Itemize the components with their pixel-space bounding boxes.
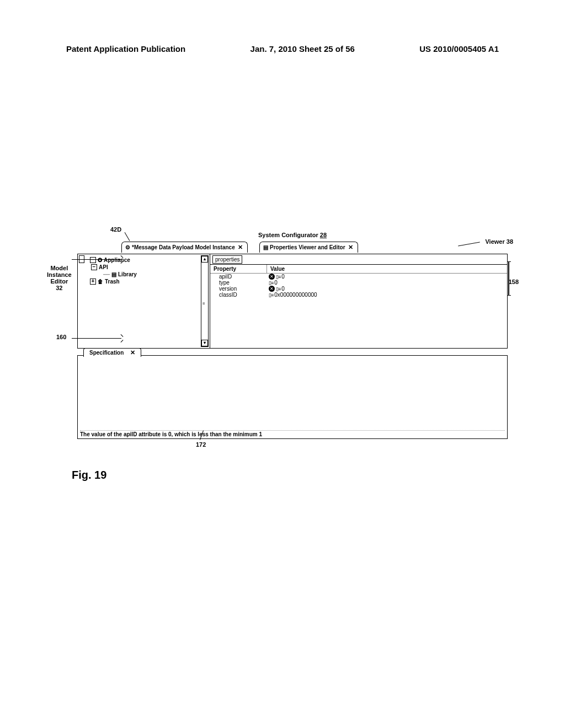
tree-node-trash[interactable]: + 🗑 Trash bbox=[87, 278, 209, 285]
model-tree-panel: − ✪ Appliance − API ┈┈ ▤ Library + 🗑 Tra… bbox=[78, 254, 210, 348]
tab-properties-viewer[interactable]: ▤ Properties Viewer and Editor ✕ bbox=[259, 242, 358, 253]
prop-row-apiid[interactable]: apiID ✕ ▯≡ 0 bbox=[210, 274, 507, 280]
properties-panel: properties Property Value apiID ✕ ▯≡ 0 t… bbox=[210, 254, 507, 348]
prop-value: 0x000000000000 bbox=[274, 292, 317, 298]
expand-icon[interactable]: + bbox=[90, 279, 96, 285]
prop-row-classid[interactable]: classID ▯≡ 0x000000000000 bbox=[210, 292, 507, 298]
prop-value: 0 bbox=[281, 274, 285, 280]
error-icon: ✕ bbox=[269, 286, 275, 292]
callout-model-editor: Model Instance Editor 32 bbox=[47, 265, 72, 291]
prop-name: version bbox=[214, 286, 269, 292]
prop-value: 0 bbox=[274, 280, 278, 286]
value-icon: ▯≡ bbox=[276, 274, 280, 280]
prop-value: 0 bbox=[281, 286, 285, 292]
properties-subtab[interactable]: properties bbox=[212, 255, 242, 264]
specification-panel: Specification ✕ The value of the apiID a… bbox=[77, 355, 508, 439]
gear-icon: ⚙ bbox=[125, 244, 130, 250]
prop-name: type bbox=[214, 280, 269, 286]
figure-label: Fig. 19 bbox=[72, 469, 106, 481]
title-text: System Configurator bbox=[258, 232, 320, 238]
appliance-icon: ✪ bbox=[98, 257, 102, 263]
tab-model-label: *Message Data Payload Model Instance bbox=[132, 244, 235, 250]
header-left: Patent Application Publication bbox=[66, 44, 185, 53]
tab-specification[interactable]: Specification ✕ bbox=[83, 348, 141, 357]
title-ref: 28 bbox=[320, 232, 327, 238]
tree-node-api[interactable]: − API bbox=[79, 264, 209, 271]
tree-label: Appliance bbox=[104, 257, 130, 263]
prop-row-version[interactable]: version ✕ ▯≡ 0 bbox=[210, 286, 507, 292]
col-value: Value bbox=[267, 265, 288, 273]
collapse-icon[interactable]: − bbox=[90, 257, 96, 263]
tree-node-library[interactable]: ┈┈ ▤ Library bbox=[79, 271, 209, 278]
prop-row-type[interactable]: type ▯≡ 0 bbox=[210, 280, 507, 286]
value-icon: ▯≡ bbox=[269, 280, 273, 286]
header-center: Jan. 7, 2010 Sheet 25 of 56 bbox=[250, 44, 355, 53]
collapse-icon[interactable]: − bbox=[91, 264, 97, 270]
scroll-up-icon[interactable]: ▴ bbox=[201, 256, 208, 263]
callout-172: 172 bbox=[196, 441, 206, 448]
close-icon[interactable]: ✕ bbox=[348, 244, 353, 251]
close-icon[interactable]: ✕ bbox=[238, 244, 243, 251]
prop-name: apiID bbox=[214, 274, 269, 280]
tree-label: Trash bbox=[105, 279, 120, 285]
tree-node-appliance[interactable]: − ✪ Appliance bbox=[87, 256, 209, 264]
scroll-down-icon[interactable]: ▾ bbox=[201, 340, 208, 346]
close-icon[interactable]: ✕ bbox=[130, 349, 135, 356]
figure-container: System Configurator 28 42D Viewer 38 ⚙ *… bbox=[77, 232, 508, 439]
tree-label: Library bbox=[118, 271, 137, 277]
tab-props-label: Properties Viewer and Editor bbox=[270, 244, 345, 250]
header-right: US 2010/0005405 A1 bbox=[419, 44, 499, 53]
prop-name: classID bbox=[214, 292, 269, 298]
scroll-thumb[interactable]: ≡ bbox=[202, 301, 207, 307]
value-icon: ▯≡ bbox=[276, 286, 280, 292]
callout-158: 158 bbox=[509, 279, 519, 285]
callout-42d: 42D bbox=[110, 226, 121, 233]
tree-scrollbar[interactable]: ▴ ≡ ▾ bbox=[201, 255, 209, 347]
callout-160: 160 bbox=[56, 334, 66, 340]
error-icon: ✕ bbox=[269, 274, 275, 280]
tab-model-instance[interactable]: ⚙ *Message Data Payload Model Instance ✕ bbox=[121, 242, 248, 253]
tree-label: API bbox=[99, 264, 108, 270]
list-icon: ▤ bbox=[263, 244, 268, 250]
col-property: Property bbox=[210, 265, 267, 273]
system-title: System Configurator 28 bbox=[77, 232, 508, 238]
value-icon: ▯≡ bbox=[269, 292, 273, 298]
library-icon: ▤ bbox=[111, 271, 116, 277]
validation-message: The value of the apiID attribute is 0, w… bbox=[80, 430, 505, 437]
spec-tab-label: Specification bbox=[89, 350, 124, 356]
trash-icon: 🗑 bbox=[98, 279, 103, 285]
